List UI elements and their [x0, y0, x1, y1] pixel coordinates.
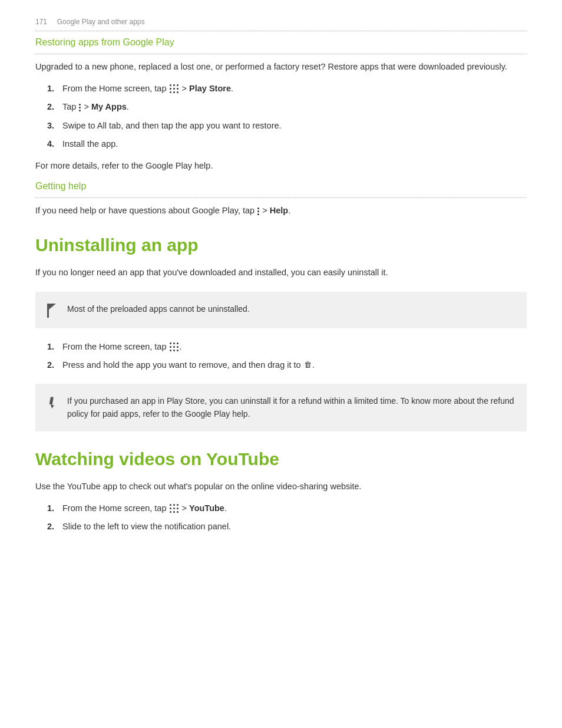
youtube-step-2: 2. Slide to the left to view the notific… — [47, 520, 527, 533]
flag-note-box: Most of the preloaded apps cannot be uni… — [35, 292, 527, 328]
restoring-intro: Upgraded to a new phone, replaced a lost… — [35, 60, 527, 74]
uninstalling-intro: If you no longer need an app that you've… — [35, 266, 527, 279]
svg-marker-1 — [50, 404, 54, 409]
chapter-label: Google Play and other apps — [57, 18, 145, 26]
uninstalling-title: Uninstalling an app — [35, 235, 527, 255]
restoring-step-1: 1. From the Home screen, tap > Play Stor… — [47, 82, 527, 95]
menu-icon-2 — [257, 207, 259, 215]
restoring-divider — [35, 54, 527, 54]
youtube-title: Watching videos on YouTube — [35, 449, 527, 469]
restoring-step-3: 3. Swipe to All tab, and then tap the ap… — [47, 119, 527, 133]
menu-icon — [79, 104, 81, 111]
play-store-label: Play Store — [189, 84, 231, 93]
page-header: 171 Google Play and other apps — [35, 18, 527, 26]
apps-grid-icon — [170, 84, 179, 94]
pencil-note-text: If you purchased an app in Play Store, y… — [67, 394, 515, 421]
uninstalling-step-2: 2. Press and hold the app you want to re… — [47, 358, 527, 372]
apps-grid-icon-2 — [170, 342, 179, 352]
pencil-note-box: If you purchased an app in Play Store, y… — [35, 384, 527, 431]
restoring-footer: For more details, refer to the Google Pl… — [35, 159, 527, 173]
youtube-intro: Use the YouTube app to check out what's … — [35, 480, 527, 493]
restoring-title: Restoring apps from Google Play — [35, 37, 527, 48]
getting-help-title: Getting help — [35, 181, 527, 192]
top-divider — [35, 31, 527, 31]
youtube-label: YouTube — [189, 503, 224, 513]
help-label: Help — [270, 206, 288, 215]
flag-icon — [47, 304, 58, 318]
pencil-icon — [47, 396, 58, 410]
getting-help-divider — [35, 197, 527, 198]
uninstalling-steps: 1. From the Home screen, tap . 2. Press … — [47, 340, 527, 372]
page-number: 171 — [35, 18, 47, 26]
my-apps-label: My Apps — [91, 102, 127, 111]
svg-rect-0 — [49, 397, 54, 405]
apps-grid-icon-3 — [170, 504, 179, 513]
restoring-step-4: 4. Install the app. — [47, 137, 527, 151]
youtube-steps: 1. From the Home screen, tap > YouTube. … — [47, 502, 527, 533]
restoring-step-2: 2. Tap > My Apps. — [47, 100, 527, 114]
getting-help-body: If you need help or have questions about… — [35, 204, 527, 218]
uninstalling-step-1: 1. From the Home screen, tap . — [47, 340, 527, 354]
flag-note-text: Most of the preloaded apps cannot be uni… — [67, 302, 250, 315]
youtube-step-1: 1. From the Home screen, tap > YouTube. — [47, 502, 527, 515]
restoring-steps: 1. From the Home screen, tap > Play Stor… — [47, 82, 527, 151]
trash-icon: 🗑 — [304, 359, 312, 371]
